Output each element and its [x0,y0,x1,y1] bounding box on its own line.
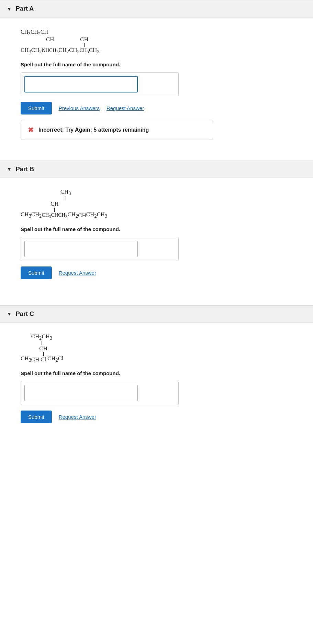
formula-a-main: CH3CH2CH [21,29,48,35]
part-a-chevron-icon[interactable]: ▼ [7,6,12,12]
part-c-title: Part C [16,310,34,318]
part-b-section: ▼ Part B CH3CH2CHCH2 CH3 [0,161,313,298]
formula-b-display: CH3CH2CHCH2 CH3 CH3CH2 CH CH3CHCH3 [21,188,107,219]
part-b-submit-button[interactable]: Submit [21,266,52,279]
part-a-error-box: ✖ Incorrect; Try Again; 5 attempts remai… [21,120,213,140]
part-c-chevron-icon[interactable]: ▼ [7,311,12,317]
part-c-actions: Submit Request Answer [21,411,292,423]
part-b-actions: Submit Request Answer [21,266,292,279]
part-a-request-answer-button[interactable]: Request Answer [107,105,144,111]
part-a-error-text: Incorrect; Try Again; 5 attempts remaini… [38,127,149,133]
part-a-content: CH3CH2CH CH3CH2 CH [0,18,313,154]
part-c-section: ▼ Part C CH3 CH2CH3 [0,305,313,443]
part-b-request-answer-button[interactable]: Request Answer [59,270,96,276]
part-b-question: Spell out the full name of the compound. [21,226,292,232]
part-b-formula: CH3CH2CHCH2 CH3 CH3CH2 CH CH3CHCH3 [21,188,292,219]
part-b-content: CH3CH2CHCH2 CH3 CH3CH2 CH CH3CHCH3 [0,178,313,298]
part-a-header: ▼ Part A [0,0,313,18]
part-b-answer-box [21,237,179,261]
part-a-answer-box [21,72,179,96]
part-c-content: CH3 CH2CH3 CH3 CH CH [0,323,313,443]
formula-c-display: CH3 CH2CH3 CH3 CH CH [21,333,64,363]
part-a-question: Spell out the full name of the compound. [21,62,292,67]
part-c-answer-box [21,381,179,405]
part-a-submit-button[interactable]: Submit [21,102,52,114]
part-c-formula: CH3 CH2CH3 CH3 CH CH [21,333,292,363]
error-icon: ✖ [28,126,34,134]
part-c-question: Spell out the full name of the compound. [21,370,292,376]
part-a-answer-input[interactable] [24,76,138,92]
part-a-actions: Submit Previous Answers Request Answer [21,102,292,114]
formula-a-display: CH3CH2 CH NHCH3 CH2CH2 CH [21,36,99,55]
part-c-request-answer-button[interactable]: Request Answer [59,414,96,420]
part-a-formula: CH3CH2CH CH3CH2 CH [21,28,292,55]
part-b-title: Part B [16,166,34,173]
part-c-submit-button[interactable]: Submit [21,411,52,423]
part-c-header: ▼ Part C [0,305,313,323]
part-b-chevron-icon[interactable]: ▼ [7,166,12,172]
part-b-header: ▼ Part B [0,161,313,178]
part-a-section: ▼ Part A CH3CH2CH [0,0,313,154]
part-c-answer-input[interactable] [24,385,138,401]
part-a-title: Part A [16,5,34,12]
part-b-answer-input[interactable] [24,241,138,257]
part-a-previous-answers-button[interactable]: Previous Answers [59,105,100,111]
